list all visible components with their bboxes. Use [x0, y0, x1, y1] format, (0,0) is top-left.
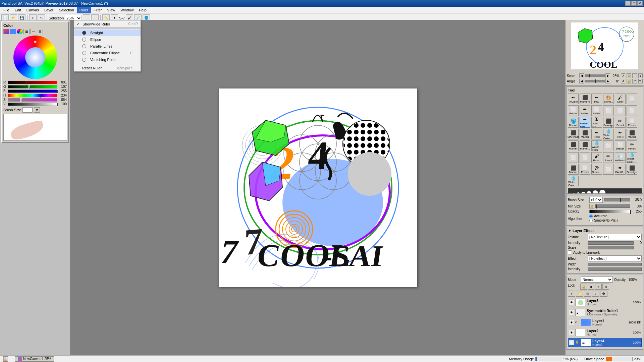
layer-vis-layer1[interactable]: 👁: [569, 320, 574, 325]
color-wheel[interactable]: [13, 36, 57, 79]
brush-dot-5[interactable]: [587, 191, 591, 194]
tool-smudge2[interactable]: 🌫Smud...: [591, 164, 602, 175]
brush-size-input[interactable]: 32: [22, 107, 33, 113]
tool-marker3[interactable]: ⬛Marker: [627, 129, 637, 139]
tool-pencil3[interactable]: ✏Pencil: [603, 152, 614, 163]
tool-watercolor3[interactable]: 💧Water Color: [627, 152, 637, 163]
win-start-icon[interactable]: 🪟: [3, 356, 8, 362]
rotate-ccw[interactable]: ↶: [632, 79, 637, 83]
tool-eraser1[interactable]: ⬜Eraser: [568, 105, 579, 116]
tool-inkzero[interactable]: ✒InkZero: [568, 94, 579, 104]
angle-decrease[interactable]: ◀: [579, 79, 584, 83]
brush-dot-6[interactable]: [593, 190, 598, 194]
tool-pencil1[interactable]: ✏Pencil: [615, 117, 626, 128]
tool-marker1[interactable]: ⬛MARKER: [568, 129, 579, 139]
tool-watercolor1[interactable]: 💧Water Color: [603, 129, 614, 139]
dropdown-header[interactable]: ✓ Show/Hide Ruler Ctrl+R: [74, 20, 141, 28]
s-slider[interactable]: [8, 98, 57, 102]
tool-ink4[interactable]: ✒INK-4: [615, 129, 626, 139]
color-mode-extra[interactable]: ☰: [37, 29, 43, 34]
menu-layer[interactable]: Layer: [42, 7, 56, 13]
tool-brush[interactable]: 🖌Brush: [591, 152, 602, 163]
tool-empty2[interactable]: ⬜: [603, 105, 614, 116]
angle-increase[interactable]: ▶: [605, 79, 610, 83]
layer-vis-layer3[interactable]: 👁: [569, 300, 574, 305]
effect-select[interactable]: [ No effect ]: [588, 255, 642, 261]
tool-marker2[interactable]: ⬛Marker: [580, 129, 590, 139]
dropdown-item-ellipse[interactable]: Ellipse: [74, 36, 141, 43]
brush-dot-2[interactable]: [573, 193, 575, 194]
layer-item-layer4[interactable]: 👁 🔒 ✒ Layer4 Normal 100%: [568, 338, 642, 347]
tool-marker5[interactable]: ⬛Marker: [568, 164, 579, 175]
color-mode-rgb[interactable]: [3, 29, 9, 34]
tool-gradation[interactable]: 🌫Grad-tion: [591, 117, 602, 128]
b-slider[interactable]: [8, 89, 57, 93]
tool-eraser2[interactable]: ⬜Eraser: [627, 117, 637, 128]
tool-empty3[interactable]: ⬜: [615, 105, 626, 116]
scale-reset[interactable]: ↺: [621, 73, 625, 78]
tool-empty8[interactable]: ⬜: [603, 164, 614, 175]
scale-slider[interactable]: [585, 74, 605, 77]
dropdown-item-reset[interactable]: Reset Ruler BackSpace: [74, 65, 141, 71]
menu-help[interactable]: Help: [136, 7, 149, 13]
r-slider[interactable]: [8, 81, 57, 84]
layer-item-layer2[interactable]: 👁 Layer2 Normal 100%: [568, 328, 642, 337]
tool-smudge1[interactable]: ⬛Smudge: [603, 117, 614, 128]
brush-size-arrow[interactable]: ▼: [34, 107, 40, 113]
color-mode-palette[interactable]: ▦: [23, 29, 30, 34]
tool-empty4[interactable]: ⬜: [627, 105, 637, 116]
angle-lock[interactable]: 🔒: [627, 79, 631, 83]
tool-smudge3[interactable]: ⬛Smudge: [627, 164, 637, 175]
tool-marke[interactable]: ⬛Marke...: [580, 140, 590, 151]
delete-layer-btn[interactable]: 🗑: [600, 291, 607, 297]
tool-empty5[interactable]: ⬜: [603, 140, 614, 151]
lock-ref-btn[interactable]: ⊕: [602, 284, 609, 290]
menu-file[interactable]: File: [1, 7, 12, 13]
tool-eraser4[interactable]: ⬜Eraser: [580, 164, 590, 175]
tool-empty1[interactable]: ⬜: [627, 94, 637, 104]
v-slider[interactable]: [8, 103, 57, 106]
scale-lock[interactable]: 🔒: [627, 73, 631, 78]
scale-decrease[interactable]: ◀: [579, 73, 584, 78]
scale-flip-h[interactable]: ↔: [632, 73, 637, 78]
rotate-cw[interactable]: ↷: [638, 79, 643, 83]
g-slider[interactable]: [8, 85, 57, 88]
tool-blend[interactable]: 🎨Blend...: [603, 94, 614, 104]
tool-marker0[interactable]: ⬛Marker0: [580, 94, 590, 104]
brush-dot-7[interactable]: [599, 190, 605, 194]
tool-selers[interactable]: ⬜SelErs: [591, 105, 602, 116]
layer-item-layer3[interactable]: 👁 Layer3 Normal 100%: [568, 298, 642, 307]
brush-dot-3[interactable]: [577, 192, 580, 194]
menu-canvas[interactable]: Canvas: [24, 7, 42, 13]
tool-pencil2[interactable]: ✏Pencil: [627, 140, 637, 151]
taskbar-app-btn[interactable]: NewCanvas1 25%: [15, 356, 54, 362]
menu-edit[interactable]: Edit: [12, 7, 24, 13]
color-mode-h[interactable]: [10, 29, 16, 34]
new-layer-btn[interactable]: +: [568, 291, 575, 297]
min-size-slider[interactable]: [595, 204, 630, 208]
h-slider[interactable]: [8, 94, 57, 97]
dropdown-item-vanishing[interactable]: Vanishing Point: [74, 56, 141, 63]
window-controls[interactable]: _ □ ✕: [625, 1, 643, 6]
angle-slider[interactable]: [585, 80, 605, 82]
opacity-slider[interactable]: [589, 210, 630, 213]
dropdown-item-concentric[interactable]: Concentric Ellipse E: [74, 50, 141, 56]
color-wheel-area[interactable]: [3, 36, 67, 79]
tool-ink2[interactable]: ✒Ink2: [591, 94, 602, 104]
drawing-canvas[interactable]: 2 4: [219, 88, 417, 287]
layer-vis-layer2[interactable]: 👁: [569, 330, 574, 335]
scale-flip-v[interactable]: ↕: [638, 73, 643, 78]
tool-selpen[interactable]: ✒SelPen: [580, 105, 590, 116]
brush-size-multiplier-select[interactable]: x1.0 x2.0: [589, 197, 603, 203]
simple-radio[interactable]: [589, 219, 593, 222]
tool-color[interactable]: 🖌Color: [615, 94, 626, 104]
color-mode-custom[interactable]: ⋯: [30, 29, 36, 34]
intensity-slider[interactable]: [588, 241, 634, 245]
layer-mode-select[interactable]: Normal Multiply Screen: [581, 277, 613, 283]
scale-increase[interactable]: ▶: [605, 73, 610, 78]
menu-ruler[interactable]: Ruler: [77, 7, 91, 13]
maximize-button[interactable]: □: [631, 1, 637, 6]
layer-item-ruler[interactable]: 👁 ✦ Symmetric Ruler1 7 Divisions - Symme…: [568, 308, 642, 317]
brush-size-settings-slider[interactable]: [604, 198, 630, 201]
close-button[interactable]: ✕: [637, 1, 643, 6]
